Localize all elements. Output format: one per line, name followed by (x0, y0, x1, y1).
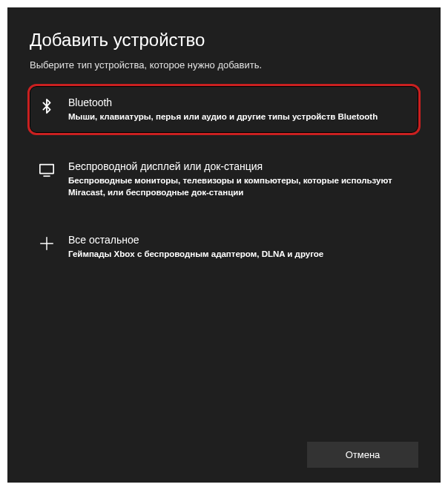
add-device-dialog: Добавить устройство Выберите тип устройс… (7, 7, 441, 483)
dialog-subtitle: Выберите тип устройства, которое нужно д… (30, 59, 418, 71)
dialog-title: Добавить устройство (30, 30, 418, 50)
option-other-text: Все остальное Геймпады Xbox с беспроводн… (68, 234, 409, 260)
option-bluetooth[interactable]: Bluetooth Мыши, клавиатуры, перья или ау… (27, 84, 421, 135)
dialog-footer: Отмена (307, 442, 418, 468)
option-display-desc: Беспроводные мониторы, телевизоры и комп… (68, 174, 409, 198)
option-display-title: Беспроводной дисплей или док-станция (68, 160, 409, 172)
option-everything-else[interactable]: Все остальное Геймпады Xbox с беспроводн… (30, 223, 418, 270)
option-other-title: Все остальное (68, 234, 409, 246)
monitor-icon (39, 162, 55, 178)
option-bluetooth-title: Bluetooth (68, 97, 409, 108)
option-display-text: Беспроводной дисплей или док-станция Бес… (68, 160, 409, 198)
option-wireless-display[interactable]: Беспроводной дисплей или док-станция Бес… (30, 150, 418, 209)
option-other-desc: Геймпады Xbox с беспроводным адаптером, … (68, 248, 409, 260)
option-bluetooth-desc: Мыши, клавиатуры, перья или аудио и друг… (68, 111, 409, 122)
svg-rect-0 (40, 165, 53, 174)
cancel-button[interactable]: Отмена (307, 442, 418, 468)
option-bluetooth-text: Bluetooth Мыши, клавиатуры, перья или ау… (68, 97, 409, 122)
plus-icon (39, 235, 55, 252)
bluetooth-icon (39, 98, 55, 114)
